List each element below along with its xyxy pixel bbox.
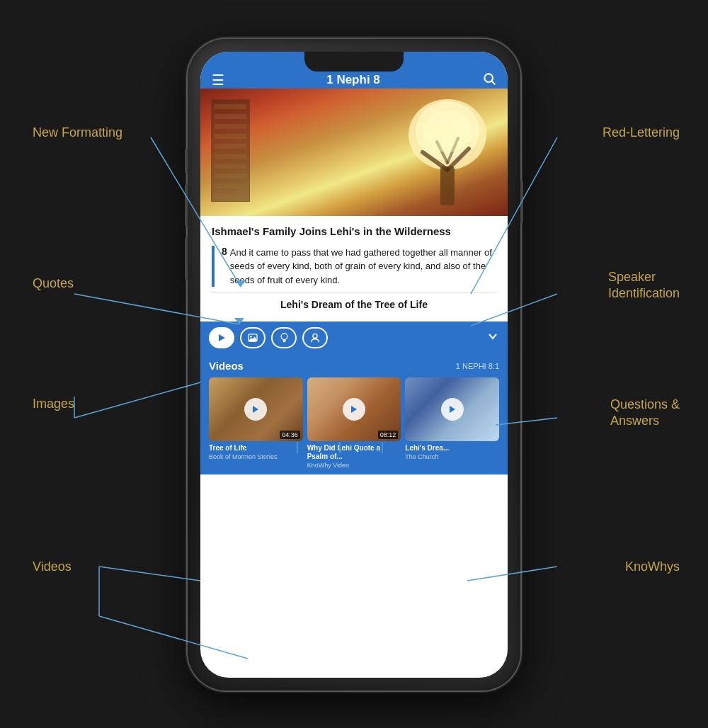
page-title: 1 Nephi 8: [326, 73, 380, 87]
video-thumb-1[interactable]: 04:36: [209, 377, 303, 441]
notch: [304, 52, 404, 72]
power-button: [520, 181, 523, 223]
video-item-3[interactable]: Lehi's Drea... The Church: [405, 377, 499, 469]
video-subtitle-1: Book of Mormon Stories: [209, 453, 303, 460]
tree-illustration: [401, 92, 493, 209]
play-toolbar-button[interactable]: [209, 327, 234, 348]
hero-image: [200, 89, 508, 216]
annotation-speaker-identification: SpeakerIdentification: [608, 269, 680, 302]
svg-point-28: [250, 336, 252, 338]
search-icon[interactable]: [482, 72, 496, 89]
svg-rect-20: [440, 166, 455, 205]
idea-toolbar-button[interactable]: [271, 327, 297, 348]
annotation-videos: Videos: [33, 559, 72, 574]
section-heading-1: Ishmael's Family Joins Lehi's in the Wil…: [212, 224, 496, 239]
video-title-3: Lehi's Drea...: [405, 444, 499, 453]
toolbar-chevron-icon[interactable]: [486, 330, 499, 346]
play-icon-2: [343, 398, 365, 421]
bottom-toolbar: [200, 322, 508, 354]
scripture-content: Ishmael's Family Joins Lehi's in the Wil…: [200, 216, 508, 322]
annotation-quotes: Quotes: [33, 276, 74, 291]
volume-up-button: [185, 184, 188, 227]
video-title-2: Why Did Lehi Quote a Psalm of...: [307, 444, 401, 461]
annotation-new-formatting: New Formatting: [33, 125, 122, 140]
svg-point-16: [484, 74, 493, 82]
videos-reference: 1 NEPHI 8:1: [456, 362, 499, 370]
svg-point-29: [281, 334, 287, 340]
svg-marker-35: [351, 406, 357, 413]
verse-number: 8: [222, 246, 227, 288]
video-title-1: Tree of Life: [209, 444, 303, 453]
image-toolbar-button[interactable]: [240, 327, 266, 348]
hamburger-menu-icon[interactable]: ☰: [212, 72, 224, 89]
scene: New Formatting Red-Lettering Quotes Spea…: [0, 0, 708, 728]
play-icon-1: [244, 398, 267, 421]
svg-marker-36: [450, 406, 455, 413]
svg-marker-34: [253, 406, 258, 413]
phone-screen: ☰ 1 Nephi 8: [200, 52, 508, 678]
video-grid: 04:36 Tree of Life Book of Mormon Storie…: [209, 377, 499, 469]
annotation-questions-answers: Questions &Answers: [610, 397, 680, 430]
video-item-1[interactable]: 04:36 Tree of Life Book of Mormon Storie…: [209, 377, 303, 469]
video-subtitle-2: KnoWhy Video: [307, 462, 401, 469]
verse-block: 8 And it came to pass that we had gather…: [212, 246, 496, 288]
svg-rect-31: [282, 341, 285, 342]
annotation-red-lettering: Red-Lettering: [603, 125, 680, 140]
svg-marker-26: [219, 334, 225, 341]
annotation-images: Images: [33, 397, 74, 411]
phone-device: ☰ 1 Nephi 8: [188, 39, 520, 690]
video-duration-1: 04:36: [280, 431, 300, 439]
annotation-knowhys: KnoWhys: [625, 559, 680, 574]
video-thumb-2[interactable]: 08:12: [307, 377, 401, 441]
svg-point-33: [313, 334, 317, 338]
video-duration-2: 08:12: [378, 431, 399, 439]
svg-rect-30: [282, 340, 285, 341]
verse-text: And it came to pass that we had gathered…: [230, 246, 496, 288]
play-icon-3: [441, 398, 464, 421]
svg-line-17: [492, 81, 496, 84]
videos-header: Videos 1 NEPHI 8:1: [209, 360, 499, 372]
section-heading-2: Lehi's Dream of the Tree of Life: [212, 292, 496, 313]
videos-section: Videos 1 NEPHI 8:1 04:36 Tree of Life B: [200, 354, 508, 474]
svg-point-25: [423, 110, 472, 152]
volume-down-button: [185, 237, 188, 280]
videos-label: Videos: [209, 360, 244, 372]
video-thumb-3[interactable]: [405, 377, 499, 441]
video-subtitle-3: The Church: [405, 453, 499, 460]
person-toolbar-button[interactable]: [302, 327, 328, 348]
video-item-2[interactable]: 08:12 Why Did Lehi Quote a Psalm of... K…: [307, 377, 401, 469]
mute-button: [185, 149, 188, 174]
